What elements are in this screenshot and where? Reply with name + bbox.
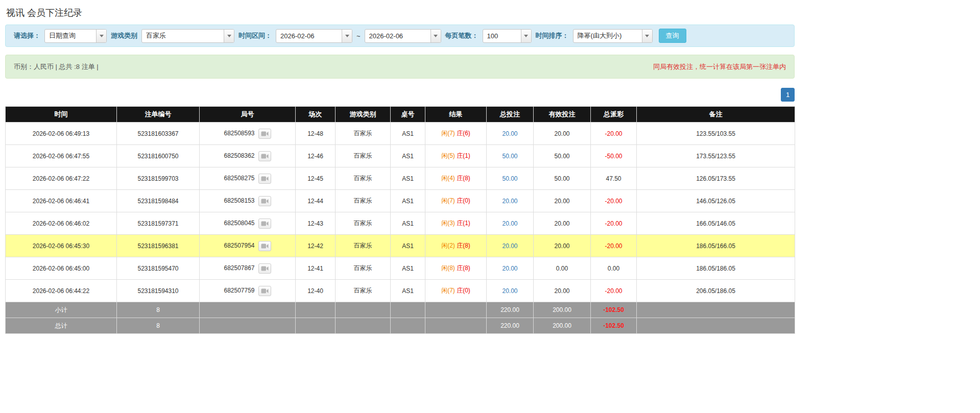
cell-time: 2026-02-06 06:45:30 [6,235,117,257]
cell-round-id: 682507867 [200,257,296,280]
cell-valid-bet: 0.00 [534,257,591,280]
date-to-input[interactable] [365,30,431,42]
round-id-text: 682508045 [224,220,254,227]
video-replay-icon[interactable] [258,196,271,206]
subtotal-total-bet: 220.00 [487,302,534,318]
cell-valid-bet: 20.00 [534,280,591,302]
result-banker: 庄(1) [457,220,470,227]
cell-payout: -20.00 [591,190,637,212]
cell-valid-bet: 50.00 [534,167,591,190]
cell-table-no: AS1 [391,212,425,235]
total-label: 总计 [6,318,117,334]
date-from-caret-button[interactable] [342,30,352,42]
page-size-label: 每页笔数： [445,31,479,40]
time-range-label: 时间区间： [238,31,272,40]
cell-session: 12-48 [296,123,336,145]
column-header: 场次 [296,107,336,123]
cell-table-no: AS1 [391,167,425,190]
search-button[interactable]: 查询 [659,29,686,43]
total-bet-link[interactable]: 50.00 [502,153,517,160]
cell-total-bet: 20.00 [487,235,534,257]
query-mode-dropdown[interactable] [44,29,107,43]
cell-total-bet: 50.00 [487,167,534,190]
cell-result: 闲(8) 庄(8) [425,257,487,280]
chevron-down-icon [524,35,528,37]
result-player: 闲(5) [441,152,455,159]
video-replay-icon[interactable] [258,218,271,229]
sort-order-dropdown[interactable] [573,29,653,43]
sort-order-caret-button[interactable] [642,30,652,42]
video-replay-icon[interactable] [258,151,271,161]
video-replay-icon[interactable] [258,286,271,296]
cell-game-type: 百家乐 [336,257,391,280]
total-bet-link[interactable]: 20.00 [502,287,517,295]
empty-cell [425,318,487,334]
video-replay-icon[interactable] [258,174,271,184]
total-bet-link[interactable]: 20.00 [502,130,517,137]
cell-session: 12-45 [296,167,336,190]
video-replay-icon[interactable] [258,241,271,251]
result-banker: 庄(8) [457,242,470,249]
subtotal-row: 小计 8 220.00 200.00 -102.50 [6,302,795,318]
cell-payout: 47.50 [591,167,637,190]
cell-time: 2026-02-06 06:46:41 [6,190,117,212]
total-bet-link[interactable]: 20.00 [502,198,517,205]
total-bet-link[interactable]: 50.00 [502,175,517,182]
date-to-caret-button[interactable] [431,30,441,42]
total-total-bet: 220.00 [487,318,534,334]
query-mode-caret-button[interactable] [96,30,106,42]
subtotal-valid-bet: 200.00 [534,302,591,318]
page-size-dropdown[interactable] [483,29,532,43]
chevron-down-icon [345,35,349,37]
range-separator: ~ [356,32,361,40]
cell-total-bet: 20.00 [487,257,534,280]
page-button-1[interactable]: 1 [781,88,795,102]
cell-time: 2026-02-06 06:49:13 [6,123,117,145]
video-replay-icon[interactable] [258,129,271,139]
table-row: 2026-02-06 06:46:41523181598484682508153… [6,190,795,212]
cell-table-no: AS1 [391,280,425,302]
cell-bet-id: 523181598484 [117,190,200,212]
cell-session: 12-43 [296,212,336,235]
game-type-dropdown[interactable] [141,29,234,43]
cell-bet-id: 523181595470 [117,257,200,280]
date-to-picker[interactable] [365,29,441,43]
pagination: 1 [5,88,795,102]
cell-bet-id: 523181596381 [117,235,200,257]
page-size-caret-button[interactable] [521,30,531,42]
sort-order-input[interactable] [573,30,642,42]
empty-cell [391,302,425,318]
query-mode-input[interactable] [45,30,96,42]
cell-session: 12-46 [296,145,336,167]
total-bet-link[interactable]: 20.00 [502,265,517,272]
cell-total-bet: 20.00 [487,123,534,145]
game-type-label: 游戏类别 [111,31,137,40]
video-replay-icon[interactable] [258,263,271,274]
page-size-input[interactable] [483,30,521,42]
cell-result: 闲(2) 庄(8) [425,235,487,257]
cell-game-type: 百家乐 [336,212,391,235]
result-player: 闲(8) [441,264,455,272]
round-id-text: 682508362 [224,152,254,159]
subtotal-label: 小计 [6,302,117,318]
table-header-row: 时间注单编号局号场次游戏类别桌号结果总投注有效投注总派彩备注 [6,107,795,123]
date-from-picker[interactable] [276,29,352,43]
game-type-caret-button[interactable] [224,30,234,42]
valid-bet-note: 同局有效投注，统一计算在该局第一张注单内 [653,62,786,71]
game-type-input[interactable] [142,30,224,42]
cell-result: 闲(5) 庄(1) [425,145,487,167]
result-player: 闲(7) [441,197,455,204]
total-count: 8 [117,318,200,334]
sort-order-label: 时间排序： [536,31,569,40]
filter-bar: 请选择： 游戏类别 时间区间： ~ 每页笔数： 时间排序： [5,25,795,47]
empty-cell [391,318,425,334]
cell-round-id: 682508153 [200,190,296,212]
date-from-input[interactable] [276,30,342,42]
cell-game-type: 百家乐 [336,123,391,145]
total-bet-link[interactable]: 20.00 [502,220,517,227]
cell-session: 12-40 [296,280,336,302]
total-bet-link[interactable]: 20.00 [502,242,517,250]
cell-time: 2026-02-06 06:45:00 [6,257,117,280]
cell-round-id: 682508362 [200,145,296,167]
cell-result: 闲(7) 庄(0) [425,190,487,212]
